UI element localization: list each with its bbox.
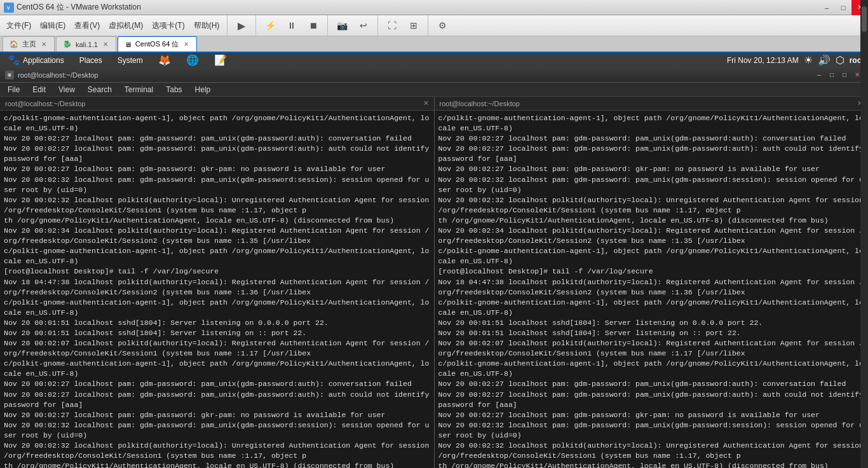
terminal-menu-edit[interactable]: Edit xyxy=(27,85,51,95)
gnome-applications[interactable]: 🐾 Applications xyxy=(4,53,68,67)
toolbar-separator-4 xyxy=(377,15,378,36)
terminal-line: c/polkit-gnome-authentication-agent-1], … xyxy=(438,246,865,266)
terminal-menu-terminal[interactable]: Terminal xyxy=(119,85,158,95)
titlebar-title: CentOS 64 位 - VMware Workstation xyxy=(17,2,141,13)
gnome-firefox-icon[interactable]: 🦊 xyxy=(154,53,175,67)
tab-kali-close[interactable]: ✕ xyxy=(102,40,109,48)
gnome-app-icon-2[interactable]: 🌐 xyxy=(182,53,203,67)
terminal-line: c/polkit-gnome-authentication-agent-1], … xyxy=(4,246,430,266)
datetime-display: Fri Nov 20, 12:13 AM xyxy=(727,56,799,65)
terminal-line: Nov 20 00:02:32 localhost pam: gdm-passw… xyxy=(4,420,430,441)
pane-right-title: root@localhost:~/Desktop xyxy=(440,100,520,107)
pane-left-content[interactable]: c/polkit-gnome-authentication-agent-1], … xyxy=(0,111,434,468)
terminal-line: Nov 20 00:02:27 localhost pam: gdm-passw… xyxy=(4,410,430,420)
menu-tabs[interactable]: 选项卡(T) xyxy=(148,19,188,32)
network-icon: 🌐 xyxy=(186,54,199,66)
terminal-line: Nov 20 00:02:27 localhost pam: gdm-passw… xyxy=(438,390,865,410)
vmware-titlebar: V CentOS 64 位 - VMware Workstation – □ ✕ xyxy=(0,0,868,15)
terminal-line: Nov 20 00:02:34 localhost polkitd(author… xyxy=(438,226,865,246)
gnome-app-icon-3[interactable]: 📝 xyxy=(210,53,231,67)
terminal-line: Nov 20 00:02:27 localhost pam: gdm-passw… xyxy=(438,379,865,389)
terminal-line: Nov 20 00:02:27 localhost pam: gdm-passw… xyxy=(4,379,430,389)
terminal-window-controls: – □ □ ✕ xyxy=(813,70,863,80)
terminal-line: th /org/gnome/PolicyKit1/AuthenticationA… xyxy=(4,461,430,468)
toolbar-btn-settings[interactable]: ⚙ xyxy=(432,15,452,36)
terminal-menu-help[interactable]: Help xyxy=(190,85,216,95)
toolbar-btn-1[interactable]: ▶ xyxy=(231,15,252,36)
terminal-line: th /org/gnome/PolicyKit1/AuthenticationA… xyxy=(4,216,430,226)
terminal-restore-btn[interactable]: □ xyxy=(839,70,850,80)
applications-icon: 🐾 xyxy=(8,54,20,66)
toolbar-btn-snapshot[interactable]: 📷 xyxy=(332,15,352,36)
toolbar-btn-stop[interactable]: ⏹ xyxy=(303,15,323,36)
terminal-line: Nov 20 00:01:51 localhost sshd[1804]: Se… xyxy=(438,328,865,338)
tab-centos-close[interactable]: ✕ xyxy=(182,40,190,48)
terminal-menu-file[interactable]: File xyxy=(3,85,25,95)
gnome-panel-right: Fri Nov 20, 12:13 AM ☀ 🔊 ⬡ root xyxy=(727,54,864,66)
pane-left-close[interactable]: ✕ xyxy=(423,99,429,107)
tab-centos[interactable]: 🖥 CentOS 64 位 ✕ xyxy=(118,36,197,52)
terminal-line: Nov 20 00:02:27 localhost pam: gdm-passw… xyxy=(4,134,430,144)
terminal-title: root@localhost:~/Desktop xyxy=(18,71,98,79)
terminal-menu-tabs[interactable]: Tabs xyxy=(161,85,187,95)
terminal-maximize-btn[interactable]: □ xyxy=(826,70,837,80)
terminal-line: Nov 20 00:02:32 localhost pam: gdm-passw… xyxy=(438,420,865,441)
restore-button[interactable]: □ xyxy=(835,0,851,15)
main-layout: V CentOS 64 位 - VMware Workstation – □ ✕… xyxy=(0,0,868,468)
terminal-menu-view[interactable]: View xyxy=(53,85,80,95)
gnome-places[interactable]: Places xyxy=(76,55,106,66)
terminal-line: Nov 20 00:02:32 localhost pam: gdm-passw… xyxy=(438,175,865,195)
terminal-line: Nov 20 00:01:51 localhost sshd[1804]: Se… xyxy=(4,328,430,338)
toolbar-separator-3 xyxy=(327,15,328,36)
terminal-icon: ▣ xyxy=(5,71,14,79)
terminal-line: Nov 20 00:02:32 localhost polkitd(author… xyxy=(438,441,865,461)
terminal-menu-search[interactable]: Search xyxy=(83,85,117,95)
terminal-minimize-btn[interactable]: – xyxy=(813,70,825,80)
terminal-line: c/polkit-gnome-authentication-agent-1], … xyxy=(4,298,430,318)
menu-file[interactable]: 文件(F) xyxy=(3,19,35,32)
tab-home[interactable]: 🏠 主页 ✕ xyxy=(3,36,55,52)
menu-view[interactable]: 查看(V) xyxy=(71,19,104,32)
toolbar-btn-pause[interactable]: ⏸ xyxy=(281,15,302,36)
toolbar-btn-fullscreen[interactable]: ⛶ xyxy=(382,15,402,36)
vmware-tab-bar: 🏠 主页 ✕ 🐉 kali.1.1 ✕ 🖥 CentOS 64 位 ✕ xyxy=(0,36,868,53)
terminal-line: Nov 20 00:01:51 localhost sshd[1804]: Se… xyxy=(4,318,430,328)
terminal-line: c/polkit-gnome-authentication-agent-1], … xyxy=(438,298,865,318)
gnome-system[interactable]: System xyxy=(114,55,147,66)
terminal-line: Nov 20 00:01:51 localhost sshd[1804]: Se… xyxy=(438,318,865,328)
terminal-line: [root@localhost Desktop]# tail -f /var/l… xyxy=(438,266,865,277)
terminal-line: c/polkit-gnome-authentication-agent-1], … xyxy=(438,359,865,379)
menu-help[interactable]: 帮助(H) xyxy=(190,19,224,32)
tab-home-close[interactable]: ✕ xyxy=(40,40,48,48)
toolbar-btn-unity[interactable]: ⊞ xyxy=(403,15,424,36)
menu-edit[interactable]: 编辑(E) xyxy=(36,19,69,32)
menu-vm[interactable]: 虚拟机(M) xyxy=(105,19,147,32)
terminal-line: th /org/gnome/PolicyKit1/AuthenticationA… xyxy=(438,216,865,226)
toolbar-btn-power[interactable]: ⚡ xyxy=(260,15,280,36)
terminal-pane-left: root@localhost:~/Desktop ✕ c/polkit-gnom… xyxy=(0,97,435,468)
brightness-icon[interactable]: ☀ xyxy=(804,54,813,66)
terminal-line: c/polkit-gnome-authentication-agent-1], … xyxy=(438,113,865,134)
vmware-toolbar: 文件(F) 编辑(E) 查看(V) 虚拟机(M) 选项卡(T) 帮助(H) ▶ … xyxy=(0,15,868,36)
bluetooth-icon[interactable]: ⬡ xyxy=(836,54,844,66)
tab-centos-icon: 🖥 xyxy=(125,41,132,48)
minimize-button[interactable]: – xyxy=(818,0,835,15)
terminal-pane-right: root@localhost:~/Desktop ✕ c/polkit-gnom… xyxy=(435,97,869,468)
terminal-line: Nov 18 04:47:38 localhost polkitd(author… xyxy=(438,277,865,298)
volume-icon[interactable]: 🔊 xyxy=(818,54,831,66)
gnome-panel: 🐾 Applications Places System 🦊 🌐 📝 Fri N… xyxy=(0,53,868,67)
pane-right-titlebar: root@localhost:~/Desktop ✕ xyxy=(435,97,869,111)
terminal-line: Nov 20 00:02:27 localhost pam: gdm-passw… xyxy=(438,144,865,164)
terminal-area: ▣ root@localhost:~/Desktop – □ □ ✕ File … xyxy=(0,67,868,468)
tab-home-icon: 🏠 xyxy=(10,40,18,48)
terminal-line: Nov 20 00:02:32 localhost polkitd(author… xyxy=(4,195,430,216)
pane-right-content[interactable]: c/polkit-gnome-authentication-agent-1], … xyxy=(435,111,869,468)
toolbar-btn-revert[interactable]: ↩ xyxy=(353,15,374,36)
terminal-titlebar: ▣ root@localhost:~/Desktop – □ □ ✕ xyxy=(0,67,868,83)
toolbar-separator-5 xyxy=(428,15,428,36)
notes-icon: 📝 xyxy=(214,54,227,66)
tab-kali[interactable]: 🐉 kali.1.1 ✕ xyxy=(56,36,116,52)
scrollbar[interactable] xyxy=(860,97,868,468)
terminal-line: c/polkit-gnome-authentication-agent-1], … xyxy=(4,113,430,134)
titlebar-left: V CentOS 64 位 - VMware Workstation xyxy=(0,2,141,13)
